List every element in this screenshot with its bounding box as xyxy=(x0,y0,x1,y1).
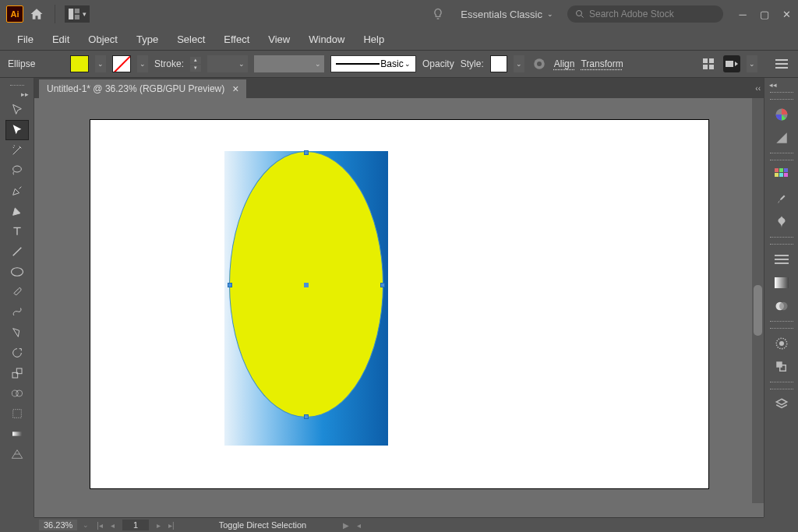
panel-grip[interactable] xyxy=(770,237,793,245)
color-guide-panel-icon[interactable] xyxy=(770,128,793,148)
menu-file[interactable]: File xyxy=(8,30,43,48)
fill-dropdown[interactable]: ⌄ xyxy=(95,55,106,72)
menu-effect[interactable]: Effect xyxy=(214,30,259,48)
menu-window[interactable]: Window xyxy=(299,30,354,48)
close-button[interactable]: ✕ xyxy=(781,9,792,19)
home-icon[interactable] xyxy=(28,5,45,23)
scale-tool[interactable] xyxy=(5,363,29,383)
stroke-label: Stroke: xyxy=(154,58,184,69)
type-tool[interactable] xyxy=(5,221,29,241)
color-panel-icon[interactable] xyxy=(770,104,793,125)
perspective-grid-tool[interactable] xyxy=(5,444,29,464)
line-segment-tool[interactable] xyxy=(5,241,29,262)
edit-contents-icon[interactable] xyxy=(723,55,740,72)
panel-grip[interactable] xyxy=(770,382,793,389)
align-link[interactable]: Align xyxy=(554,58,575,69)
ellipse-tool[interactable] xyxy=(5,262,29,282)
panel-grip[interactable] xyxy=(770,321,793,329)
next-artboard-button[interactable]: ▸ xyxy=(154,521,163,530)
panel-grip[interactable] xyxy=(770,92,793,100)
zoom-level[interactable]: 36.23% xyxy=(39,520,77,530)
chevron-down-icon: ▾ xyxy=(83,10,87,18)
gradient-panel-icon[interactable] xyxy=(770,273,793,293)
curvature-tool[interactable] xyxy=(5,201,29,221)
appearance-panel-icon[interactable] xyxy=(770,333,793,354)
search-stock-field[interactable]: Search Adobe Stock xyxy=(567,5,723,23)
graphic-styles-panel-icon[interactable] xyxy=(770,357,793,377)
document-area: Untitled-1* @ 36.23% (RGB/GPU Preview) ×… xyxy=(34,78,764,517)
svg-rect-28 xyxy=(775,173,779,177)
stroke-weight-stepper[interactable]: ▴▾ xyxy=(190,57,201,72)
workspace-switcher[interactable]: Essentials Classic ⌄ xyxy=(451,9,563,20)
stroke-panel-icon[interactable] xyxy=(770,249,793,270)
gradient-tool[interactable] xyxy=(5,424,29,444)
canvas-viewport[interactable] xyxy=(34,98,764,517)
stroke-swatch[interactable] xyxy=(112,55,131,72)
eraser-tool[interactable] xyxy=(5,322,29,343)
direct-selection-tool[interactable] xyxy=(5,120,29,140)
graphic-style-swatch[interactable] xyxy=(490,55,507,72)
anchor-point-bottom[interactable] xyxy=(304,414,309,419)
menu-select[interactable]: Select xyxy=(168,30,214,48)
svg-rect-11 xyxy=(726,61,733,67)
minimize-button[interactable]: ─ xyxy=(737,9,748,19)
svg-point-15 xyxy=(12,166,21,172)
status-play-icon[interactable]: ▶ xyxy=(341,521,351,530)
tab-overflow-icon[interactable]: ‹‹ xyxy=(755,84,761,93)
last-artboard-button[interactable]: ▸| xyxy=(166,521,177,530)
stroke-profile-dropdown[interactable]: ⌄ xyxy=(254,55,324,72)
close-tab-icon[interactable]: × xyxy=(232,83,238,95)
stroke-weight-field[interactable]: ⌄ xyxy=(207,55,248,72)
prev-artboard-button[interactable]: ◂ xyxy=(108,521,117,530)
menu-object[interactable]: Object xyxy=(79,30,127,48)
vertical-scrollbar[interactable] xyxy=(752,98,764,503)
first-artboard-button[interactable]: |◂ xyxy=(94,521,105,530)
menu-type[interactable]: Type xyxy=(127,30,168,48)
tools-panel: ▸▸ xyxy=(0,78,34,517)
recolor-artwork-icon[interactable] xyxy=(531,55,548,72)
rotate-tool[interactable] xyxy=(5,343,29,363)
center-point[interactable] xyxy=(304,283,309,287)
document-tab[interactable]: Untitled-1* @ 36.23% (RGB/GPU Preview) × xyxy=(39,79,246,98)
panel-grip[interactable] xyxy=(5,82,29,88)
layers-panel-icon[interactable] xyxy=(770,394,793,414)
shape-builder-tool[interactable] xyxy=(5,383,29,403)
expand-toolbar-icon[interactable]: ▸▸ xyxy=(21,90,29,98)
menu-edit[interactable]: Edit xyxy=(43,30,79,48)
artboard-number[interactable]: 1 xyxy=(122,520,149,530)
symbols-panel-icon[interactable] xyxy=(770,212,793,232)
lasso-tool[interactable] xyxy=(5,160,29,181)
transparency-panel-icon[interactable] xyxy=(770,296,793,316)
magic-wand-tool[interactable] xyxy=(5,140,29,160)
zoom-dropdown-icon[interactable]: ⌄ xyxy=(80,521,91,529)
swatches-panel-icon[interactable] xyxy=(770,165,793,185)
selection-tool[interactable] xyxy=(5,100,29,120)
brush-definition-dropdown[interactable]: Basic ⌄ xyxy=(330,55,416,72)
panel-grip[interactable] xyxy=(770,153,793,160)
maximize-button[interactable]: ▢ xyxy=(759,9,770,19)
free-transform-tool[interactable] xyxy=(5,403,29,424)
learn-icon[interactable] xyxy=(429,5,447,23)
paintbrush-tool[interactable] xyxy=(5,282,29,302)
arrange-documents-button[interactable]: ▾ xyxy=(65,5,90,23)
anchor-point-top[interactable] xyxy=(304,150,309,155)
menu-help[interactable]: Help xyxy=(354,30,394,48)
fill-swatch[interactable] xyxy=(70,55,89,72)
edit-dropdown[interactable]: ⌄ xyxy=(747,55,757,72)
anchor-point-left[interactable] xyxy=(228,283,232,287)
anchor-point-right[interactable] xyxy=(380,283,385,287)
blob-brush-tool[interactable] xyxy=(5,302,29,322)
pen-tool[interactable] xyxy=(5,181,29,201)
isolate-object-icon[interactable] xyxy=(700,55,717,72)
menu-view[interactable]: View xyxy=(259,30,299,48)
brushes-panel-icon[interactable] xyxy=(770,188,793,209)
status-bar: 36.23% ⌄ |◂ ◂ 1 ▸ ▸| Toggle Direct Selec… xyxy=(34,517,764,532)
svg-point-36 xyxy=(779,302,788,311)
style-dropdown[interactable]: ⌄ xyxy=(514,55,524,72)
transform-link[interactable]: Transform xyxy=(581,58,623,69)
scrollbar-thumb[interactable] xyxy=(754,285,762,336)
stroke-dropdown[interactable]: ⌄ xyxy=(137,55,148,72)
status-back-icon[interactable]: ◂ xyxy=(355,521,363,530)
panel-menu-icon[interactable] xyxy=(773,55,790,72)
collapse-panels-icon[interactable]: ◂◂ xyxy=(769,81,777,89)
